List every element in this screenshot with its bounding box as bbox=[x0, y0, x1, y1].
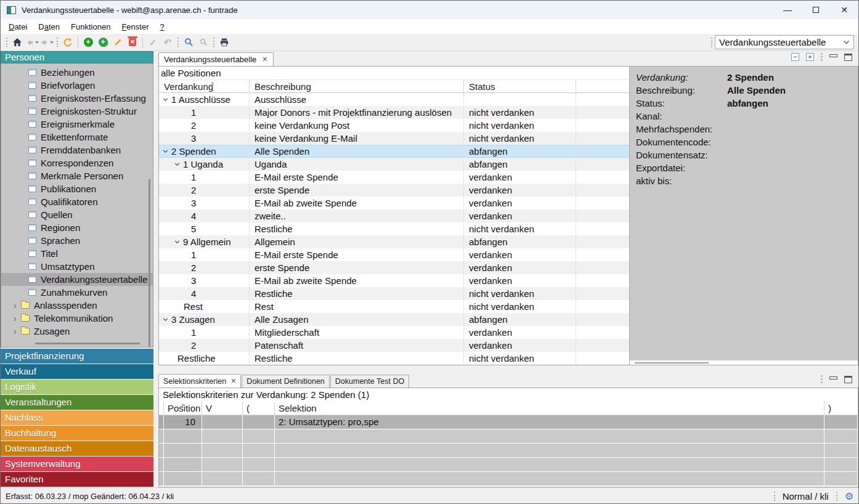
panel-maximize-icon[interactable] bbox=[844, 376, 852, 383]
menu-daten[interactable]: Daten bbox=[33, 22, 65, 31]
table-row[interactable]: 2keine Verdankung Postnicht verdanken bbox=[159, 119, 629, 132]
chevron-right-icon[interactable]: › bbox=[14, 327, 18, 336]
module-band-buchhaltung[interactable]: Buchhaltung bbox=[1, 426, 153, 441]
table-row[interactable]: 1E-Mail erste Spendeverdanken bbox=[159, 248, 629, 261]
print-button[interactable] bbox=[217, 36, 232, 49]
module-band-logistik[interactable]: Logistik bbox=[1, 380, 153, 394]
column-header-beschreibung[interactable]: Beschreibung bbox=[250, 80, 464, 93]
sidebar-tree-item[interactable]: Briefvorlagen bbox=[1, 79, 153, 92]
panel-minimize-icon[interactable] bbox=[829, 54, 837, 57]
column-header-position[interactable]: ˄Position bbox=[164, 402, 202, 415]
table-row[interactable]: 2erste Spendeverdanken bbox=[159, 261, 629, 274]
panel-menu-icon[interactable] bbox=[821, 53, 823, 61]
column-header-extra[interactable] bbox=[576, 80, 629, 93]
edit-button[interactable] bbox=[110, 36, 125, 49]
column-header-close-paren[interactable]: ) bbox=[824, 402, 858, 415]
add-duplicate-button[interactable]: + bbox=[96, 36, 110, 49]
sidebar-tree-item[interactable]: ›Anlassspenden bbox=[1, 299, 153, 312]
table-row[interactable]: RestlicheRestlichenicht verdanken bbox=[159, 352, 629, 365]
gear-icon[interactable]: ⚙ bbox=[845, 492, 853, 502]
table-row[interactable]: 3E-Mail ab zweite Spendeverdanken bbox=[159, 274, 629, 287]
table-row[interactable]: 1Major Donors - mit Projektfinanzierung … bbox=[159, 106, 629, 119]
menu-funktionen[interactable]: Funktionen bbox=[65, 22, 116, 31]
maximize-button[interactable] bbox=[802, 1, 830, 19]
module-band-nachlass[interactable]: Nachlass bbox=[1, 410, 153, 425]
add-button[interactable]: + bbox=[81, 36, 96, 49]
sidebar-tree-item[interactable]: Publikationen bbox=[1, 182, 153, 195]
sidebar-header-personen[interactable]: Personen bbox=[1, 51, 153, 63]
menu-datei[interactable]: Datei bbox=[3, 22, 33, 31]
panel-minimize-icon[interactable] bbox=[829, 376, 837, 380]
selection-row[interactable] bbox=[159, 444, 858, 458]
back-button[interactable] bbox=[25, 36, 39, 49]
sidebar-tree-item[interactable]: Beziehungen bbox=[1, 66, 153, 79]
sidebar-tree-item[interactable]: Ereignismerkmale bbox=[1, 118, 153, 131]
sidebar-tree-item[interactable]: Ereigniskosten-Struktur bbox=[1, 105, 153, 118]
chevron-right-icon[interactable]: › bbox=[14, 314, 18, 323]
tab-close-icon[interactable]: ✕ bbox=[262, 55, 267, 63]
tab-verdankungssteuertabelle[interactable]: Verdankungssteuertabelle ✕ bbox=[158, 52, 274, 66]
sidebar-tree-item[interactable]: Korrespondenzen bbox=[1, 156, 153, 169]
table-row[interactable]: 2Patenschaftverdanken bbox=[159, 339, 629, 352]
table-row[interactable]: 9 AllgemeinAllgemeinabfangen bbox=[159, 235, 629, 248]
confirm-button[interactable]: ✓ bbox=[145, 36, 160, 49]
chevron-down-icon[interactable] bbox=[163, 317, 168, 322]
chevron-right-icon[interactable]: › bbox=[14, 301, 18, 311]
sidebar-tree-item[interactable]: ›Zusagen bbox=[1, 325, 153, 338]
minimize-button[interactable]: — bbox=[773, 1, 802, 19]
sidebar-tree-item[interactable]: Verdankungssteuertabelle bbox=[1, 273, 153, 286]
table-row[interactable]: 2erste Spendeverdanken bbox=[159, 184, 629, 197]
sidebar-tree-item[interactable]: Sprachen bbox=[1, 234, 153, 247]
sidebar-tree-item[interactable]: Ereigniskosten-Erfassung bbox=[1, 92, 153, 105]
chevron-down-icon[interactable] bbox=[163, 148, 168, 154]
search-secondary-button[interactable] bbox=[196, 36, 211, 49]
expand-all-icon[interactable]: + bbox=[806, 53, 814, 61]
sidebar-tree-item[interactable]: Fremddatenbanken bbox=[1, 144, 153, 156]
tab-close-icon[interactable]: ✕ bbox=[230, 377, 236, 385]
column-header-verdankung[interactable]: ˄Verdankung bbox=[159, 80, 250, 93]
selection-row[interactable] bbox=[159, 429, 858, 444]
filter-row[interactable]: alle Positionen bbox=[159, 67, 629, 79]
table-row[interactable]: 1 AusschlüsseAusschlüsse bbox=[159, 93, 629, 106]
table-row[interactable]: 4zweite..verdanken bbox=[159, 209, 629, 222]
panel-maximize-icon[interactable] bbox=[844, 54, 852, 61]
table-row[interactable]: 5Restlichenicht verdanken bbox=[159, 222, 629, 235]
sidebar-tree-item[interactable]: Quellen bbox=[1, 208, 153, 221]
chevron-down-icon[interactable] bbox=[174, 239, 180, 245]
vertical-scrollbar[interactable] bbox=[149, 179, 150, 347]
selection-row[interactable] bbox=[159, 472, 858, 486]
view-selector[interactable]: Verdankungssteuertabelle bbox=[715, 35, 854, 49]
sidebar-tree-item[interactable]: Umsatztypen bbox=[1, 260, 153, 273]
scrollbar-handle[interactable] bbox=[35, 343, 140, 344]
search-button[interactable] bbox=[181, 36, 196, 49]
column-header-v[interactable]: V bbox=[202, 402, 243, 415]
module-band-systemverwaltung[interactable]: Systemverwaltung bbox=[1, 457, 153, 471]
horizontal-scrollbar[interactable] bbox=[1, 340, 153, 347]
table-row[interactable]: 2 SpendenAlle Spendenabfangen bbox=[159, 145, 629, 158]
sidebar-tree-item[interactable]: Etikettenformate bbox=[1, 131, 153, 144]
panel-splitter[interactable] bbox=[158, 365, 858, 374]
tab-selektionskriterien[interactable]: Selektionskriterien ✕ bbox=[158, 374, 241, 388]
module-band-veranstaltungen[interactable]: Veranstaltungen bbox=[1, 395, 153, 410]
table-row[interactable]: 4Restlichenicht verdanken bbox=[159, 287, 629, 300]
module-band-projektfinanzierung[interactable]: Projektfinanzierung bbox=[1, 349, 153, 364]
delete-button[interactable]: ✕ bbox=[125, 36, 140, 49]
sidebar-tree-item[interactable]: Zunahmekurven bbox=[1, 286, 153, 299]
table-row[interactable]: RestRestnicht verdanken bbox=[159, 300, 629, 313]
table-row[interactable]: 3E-Mail ab zweite Spendeverdanken bbox=[159, 197, 629, 209]
table-row[interactable]: 3 ZusagenAlle Zusagenabfangen bbox=[159, 313, 629, 326]
sidebar-tree-item[interactable]: Merkmale Personen bbox=[1, 169, 153, 182]
table-row[interactable]: 1Mitgliederschaftverdanken bbox=[159, 326, 629, 339]
scrollbar-handle[interactable] bbox=[635, 362, 709, 364]
column-header-selektion[interactable]: Selektion bbox=[275, 402, 824, 415]
panel-menu-icon[interactable] bbox=[821, 375, 823, 383]
refresh-button[interactable] bbox=[60, 36, 75, 49]
menu-help[interactable]: ? bbox=[154, 22, 169, 31]
sidebar-tree-item[interactable]: Regionen bbox=[1, 221, 153, 234]
selection-row[interactable]: 102: Umsatztypen: pro,spe bbox=[159, 415, 858, 429]
collapse-all-icon[interactable]: − bbox=[791, 53, 799, 61]
forward-button[interactable] bbox=[39, 36, 54, 49]
table-row[interactable]: 1 UgandaUgandaabfangen bbox=[159, 158, 629, 171]
tab-dokumente-test-do[interactable]: Dokumente Test DO bbox=[330, 375, 409, 388]
chevron-down-icon[interactable] bbox=[174, 161, 180, 167]
